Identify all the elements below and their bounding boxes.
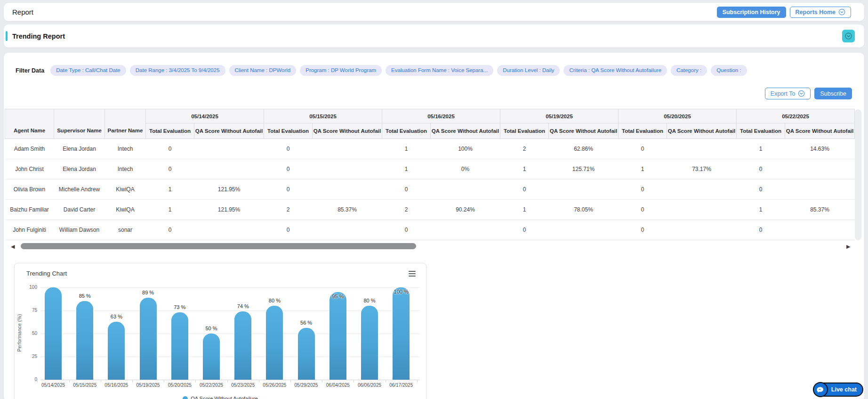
value-cell: 0 <box>264 220 313 240</box>
value-cell: 1 <box>500 200 549 220</box>
x-axis-label: 05/26/2025 <box>257 383 292 388</box>
x-axis-label: 06/06/2025 <box>352 383 387 388</box>
chart-bar[interactable] <box>298 328 315 380</box>
supervisor-name-cell: Elena Jordan <box>54 139 105 159</box>
value-cell: 85.37% <box>785 200 855 220</box>
filter-chip[interactable]: Duration Level : Daily <box>497 65 560 76</box>
sub-column-header: Total Evaluation <box>619 123 667 139</box>
value-cell <box>667 179 737 200</box>
value-cell: 0 <box>382 220 431 240</box>
chart-bar[interactable] <box>361 306 378 380</box>
filter-chips: Date Type : Call/Chat DateDate Range : 3… <box>50 65 747 76</box>
value-cell: 73.17% <box>667 159 737 179</box>
chart-bar[interactable] <box>234 311 251 380</box>
sub-column-header: QA Score Without Autofail <box>431 123 500 139</box>
value-cell: 1 <box>146 200 194 220</box>
value-cell: 0 <box>500 220 549 240</box>
partner-name-cell: KiwiQA <box>105 179 146 200</box>
table-row: John FulginitiWilliam Dawsonsonar000000 <box>5 220 855 240</box>
chart-bar[interactable] <box>171 312 188 380</box>
value-cell: 2 <box>382 200 431 220</box>
filter-chip[interactable]: Category : <box>671 65 707 76</box>
chart-bar[interactable] <box>203 334 220 380</box>
value-cell <box>313 179 382 200</box>
legend-label[interactable]: QA Score Without Autofailure <box>191 396 257 399</box>
column-header-partner: Partner Name <box>105 109 146 139</box>
chart-bar[interactable] <box>266 306 283 380</box>
date-group-header: 05/14/2025 <box>146 109 264 123</box>
chevron-down-circle-icon <box>844 32 852 40</box>
table-vertical-scrollbar[interactable] <box>855 109 861 240</box>
value-cell: 1 <box>146 179 194 200</box>
value-cell <box>313 220 382 240</box>
value-cell <box>667 220 737 240</box>
value-cell: 1 <box>382 139 431 159</box>
agent-name-cell: Baizhu Familiar <box>5 200 54 220</box>
value-cell: 1 <box>382 159 431 179</box>
filter-chip[interactable]: Evaluation Form Name : Voice Separa... <box>386 65 493 76</box>
trending-chart-card: Trending Chart Performance (%) 100755025… <box>14 263 426 399</box>
bar-value-label: 80 % <box>260 298 289 303</box>
chart-bar[interactable] <box>393 287 410 380</box>
date-group-header: 05/19/2025 <box>500 109 619 123</box>
filter-chip[interactable]: Program : DP World Program <box>300 65 382 76</box>
value-cell: 121.95% <box>194 200 264 220</box>
chart-bar[interactable] <box>140 298 157 380</box>
value-cell: 0 <box>619 179 667 200</box>
sub-column-header: Total Evaluation <box>500 123 549 139</box>
sub-column-header: Total Evaluation <box>737 123 785 139</box>
supervisor-name-cell: Michelle Andrew <box>54 179 105 200</box>
sub-column-header: QA Score Without Autofail <box>313 123 382 139</box>
filter-chip[interactable]: Date Type : Call/Chat Date <box>50 65 126 76</box>
export-to-button[interactable]: Export To <box>765 88 811 99</box>
chart-bar[interactable] <box>76 301 93 380</box>
subscription-history-button[interactable]: Subscription History <box>717 7 786 18</box>
trending-report-section-bar: Trending Report <box>4 24 864 48</box>
date-group-header: 05/15/2025 <box>264 109 382 123</box>
x-axis-label: 05/19/2025 <box>130 383 166 388</box>
value-cell: 0 <box>264 139 313 159</box>
filter-chip[interactable]: Question : <box>711 65 747 76</box>
value-cell <box>313 139 382 159</box>
value-cell: 2 <box>500 139 549 159</box>
subscribe-button[interactable]: Subscribe <box>814 88 852 99</box>
column-header-supervisor: Supervisor Name <box>54 109 105 139</box>
scroll-right-arrow[interactable]: ▶ <box>846 243 850 250</box>
bar-value-label: 85 % <box>71 293 99 299</box>
reports-home-button[interactable]: Reports Home <box>790 7 851 18</box>
horizontal-scrollbar-thumb[interactable] <box>21 243 416 249</box>
chat-bubble-icon <box>813 382 828 397</box>
agent-name-cell: Adam Smith <box>5 139 54 159</box>
value-cell <box>785 220 855 240</box>
filter-chip[interactable]: Client Name : DPWorld <box>229 65 297 76</box>
sub-column-header: QA Score Without Autofail <box>667 123 737 139</box>
value-cell <box>785 159 855 179</box>
trending-table-wrap: Agent NameSupervisor NamePartner Name05/… <box>5 109 855 240</box>
sub-column-header: Total Evaluation <box>264 123 313 139</box>
supervisor-name-cell: David Carter <box>54 200 105 220</box>
filter-chip[interactable]: Date Range : 3/4/2025 To 9/4/2025 <box>130 65 225 76</box>
value-cell <box>194 220 264 240</box>
chart-bar[interactable] <box>108 322 125 380</box>
chart-bar[interactable] <box>330 292 346 380</box>
section-accent-bar <box>6 31 8 41</box>
value-cell: 0 <box>264 179 313 200</box>
chart-bar[interactable] <box>45 287 62 380</box>
date-group-header: 05/16/2025 <box>382 109 500 123</box>
chevron-down-circle-icon <box>798 90 805 97</box>
value-cell: 2 <box>264 200 313 220</box>
value-cell: 0 <box>146 159 194 179</box>
table-row: Adam SmithElena JordanIntech001100%262.8… <box>5 139 855 159</box>
filter-chip[interactable]: Criteria : QA Score Without Autofailure <box>563 65 667 76</box>
value-cell: 85.37% <box>313 200 382 220</box>
collapse-section-button[interactable] <box>842 30 855 42</box>
export-to-label: Export To <box>771 90 796 97</box>
agent-name-cell: Olivia Brown <box>5 179 54 200</box>
value-cell <box>313 159 382 179</box>
live-chat-button[interactable]: Live chat <box>813 383 863 397</box>
value-cell: 0 <box>146 139 194 159</box>
scroll-left-arrow[interactable]: ◀ <box>11 243 15 250</box>
supervisor-name-cell: William Dawson <box>54 220 105 240</box>
value-cell: 0 <box>619 200 667 220</box>
value-cell <box>667 139 737 159</box>
